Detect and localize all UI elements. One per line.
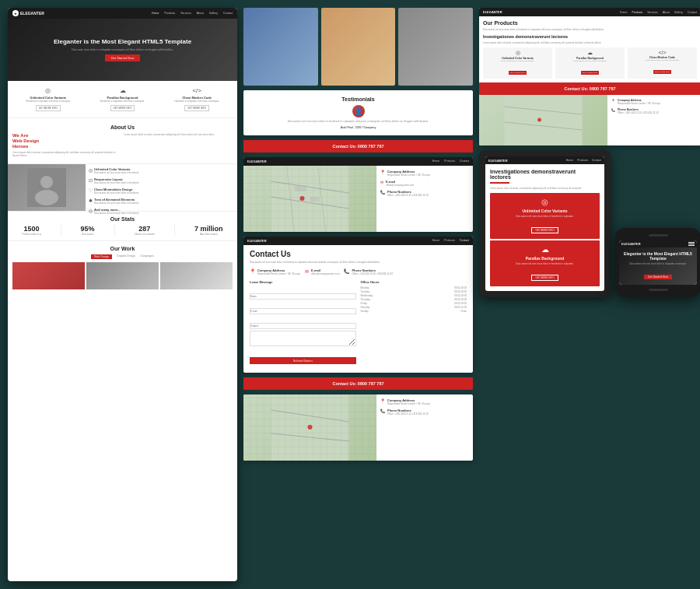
- contact-nav-home[interactable]: Home: [432, 239, 439, 242]
- email-info: ✉ E-mail office@companyname.com: [380, 180, 469, 187]
- email-input[interactable]: [250, 308, 356, 314]
- feature-item-0: ◎ Unlimited Color Variants Hendrerit in …: [12, 87, 84, 111]
- tablet-nav-links: Home Products Contact: [564, 159, 601, 162]
- prod-icon-2: </>: [630, 50, 695, 55]
- right-bottom-row: ELEGANTER Home Products Contact Investig…: [479, 150, 700, 297]
- products-desktop: ELEGANTER Home Products Services About G…: [479, 8, 700, 145]
- avatar-container: 👤: [250, 105, 467, 117]
- right-column: ELEGANTER Home Products Services About G…: [479, 8, 700, 581]
- nav-home[interactable]: Home: [152, 12, 159, 15]
- site-navbar: ★ ELEGANTER Home Products Services About…: [8, 8, 237, 19]
- svg-point-2: [35, 190, 58, 205]
- prod-map-image: [479, 95, 607, 145]
- nav-gallery[interactable]: Gallery: [209, 12, 218, 15]
- red-card-1: ☁ Parallax Background Duis autem vel eum…: [490, 240, 600, 286]
- nav-products[interactable]: Products: [164, 12, 175, 15]
- tab-web-design[interactable]: Web Design: [91, 254, 112, 259]
- nav-services[interactable]: Services: [180, 12, 191, 15]
- hero-cta-button[interactable]: Get Started Now: [105, 54, 141, 61]
- map-section-top: ELEGANTER Home Products Contact: [243, 157, 473, 232]
- phone-speaker: [649, 234, 668, 237]
- prod-nav-about[interactable]: About: [663, 11, 670, 14]
- nav-contact[interactable]: Contact: [223, 12, 233, 15]
- prod-features: ◎ Unlimited Color Variants Lorem ipsum d…: [483, 47, 697, 79]
- nav-about[interactable]: About: [197, 12, 204, 15]
- submit-button[interactable]: Submit Button: [250, 357, 356, 364]
- map-info: 📍 Company Address Responsible Street Lon…: [376, 166, 473, 232]
- products-nav-links: Home Products Services About Gallery Con…: [618, 11, 697, 14]
- hours-monday: Monday 09.00-18.00: [361, 286, 467, 289]
- site-logo: ★ ELEGANTER: [12, 10, 44, 16]
- message-textarea[interactable]: [250, 331, 356, 346]
- list-icon-0: ◎: [89, 167, 93, 173]
- center-column: Testimonials 👤 Duis autem vel eum iriure…: [243, 8, 473, 581]
- contact-page: ELEGANTER Home Products Contact Contact …: [243, 237, 473, 373]
- map-nav-products[interactable]: Products: [444, 160, 455, 163]
- prod-nav-contact[interactable]: Contact: [688, 11, 697, 14]
- contact-location-icon: 📍: [250, 268, 255, 274]
- map-navbar: ELEGANTER Home Products Contact: [243, 157, 473, 166]
- phone-logo: ELEGANTER: [621, 242, 641, 246]
- tab-graphic-design[interactable]: Graphic Design: [117, 254, 135, 259]
- contact-body: Contact Us Duis autem vel eum iriure dol…: [243, 245, 473, 373]
- map-section-bottom: 📍 Company Address Responsible Street Lon…: [243, 394, 473, 461]
- tab-campaigns[interactable]: Campaigns: [140, 254, 154, 259]
- red-card-btn-0[interactable]: GET MORE INFO: [531, 227, 559, 233]
- stat-3: 7 million Nam liber tempor: [194, 225, 223, 236]
- prod-nav-services[interactable]: Services: [647, 11, 657, 14]
- tablet-screen: ELEGANTER Home Products Contact Investig…: [485, 156, 604, 291]
- tablet-navbar: ELEGANTER Home Products Contact: [485, 156, 604, 164]
- hours-sunday: Sunday Close: [361, 310, 467, 313]
- parallax-icon: ☁: [87, 87, 159, 94]
- hours-friday: Friday 09.00-18.00: [361, 302, 467, 305]
- form-hours-col: Office Hours Monday 09.00-18.00 Tuesday …: [361, 280, 467, 365]
- contact-nav-logo: ELEGANTER: [247, 239, 267, 243]
- phone-cta-button[interactable]: Get Started Now: [644, 275, 672, 279]
- prod-nav-gallery[interactable]: Gallery: [674, 11, 683, 14]
- prod-nav-home[interactable]: Home: [620, 11, 627, 14]
- contact-nav-products[interactable]: Products: [444, 239, 455, 242]
- prod-map: 📍 Company Address Responsible Street Lon…: [479, 95, 700, 145]
- prod-contact-bar: Contact Us: 0800 787 787: [479, 82, 700, 95]
- contact-info-row: 📍 Company Address Responsible Street Lon…: [250, 268, 467, 275]
- contact-bar-top: Contact Us: 0800 787 787: [243, 140, 473, 153]
- contact-nav-contact[interactable]: Contact: [460, 239, 469, 242]
- red-card-icon-1: ☁: [495, 245, 595, 254]
- name-input[interactable]: [250, 293, 356, 300]
- map-nav-home[interactable]: Home: [432, 160, 439, 163]
- prod-map-info: 📍 Company Address Responsible Street Lon…: [607, 95, 700, 145]
- work-image-city: [12, 262, 85, 289]
- prod-phone: 📞 Phone Numbers Office: +316 434-13-10 +…: [611, 108, 697, 114]
- top-img-table: [398, 8, 473, 86]
- phone-home-button[interactable]: [649, 289, 668, 291]
- work-image-interior: [86, 262, 159, 289]
- top-img-interior: [321, 8, 396, 86]
- work-item-1: [86, 262, 159, 289]
- list-icon-2: ♡: [89, 188, 93, 193]
- prod-icon-1: ☁: [558, 50, 622, 56]
- red-card-btn-1[interactable]: GET MORE INFO: [531, 275, 559, 281]
- stat-1: 95% Duis autem: [81, 225, 95, 236]
- prod-icon-0: ◎: [485, 50, 550, 56]
- about-left: We Are Web Design Heroes Lorem ipsum dol…: [12, 133, 121, 158]
- prod-address: 📍 Company Address Responsible Street Lon…: [611, 99, 697, 105]
- section-divider: [490, 182, 509, 184]
- desktop-site-preview: ★ ELEGANTER Home Products Services About…: [8, 8, 237, 581]
- prod-nav-products[interactable]: Products: [632, 11, 642, 14]
- map-nav-contact[interactable]: Contact: [460, 160, 469, 163]
- red-feature-cards: ◎ Unlimited Color Variants Duis autem ve…: [490, 193, 600, 286]
- about-list: ◎ Unlimited Color Variants Duis autem ve…: [86, 164, 237, 211]
- about-image-section: ◎ Unlimited Color Variants Duis autem ve…: [8, 164, 237, 211]
- contact-nav-links: Home Products Contact: [430, 239, 469, 242]
- hamburger-menu[interactable]: [688, 242, 695, 246]
- address-info: 📍 Company Address Responsible Street Lon…: [380, 170, 469, 177]
- tablet-mockup: ELEGANTER Home Products Contact Investig…: [479, 150, 611, 297]
- subject-input[interactable]: [250, 323, 356, 329]
- list-item: ♡ Clean Minimalistic Design Duis autem v…: [89, 188, 234, 195]
- svg-rect-15: [505, 95, 583, 145]
- list-icon-4: ◎: [89, 208, 93, 213]
- contact-navbar: ELEGANTER Home Products Contact: [243, 237, 473, 245]
- about-content: We Are Web Design Heroes Lorem ipsum dol…: [12, 133, 233, 158]
- work-image-desk: [160, 262, 233, 289]
- prod-feature-2: </> Clean Modern Code Lorem ipsum dolor …: [628, 47, 697, 79]
